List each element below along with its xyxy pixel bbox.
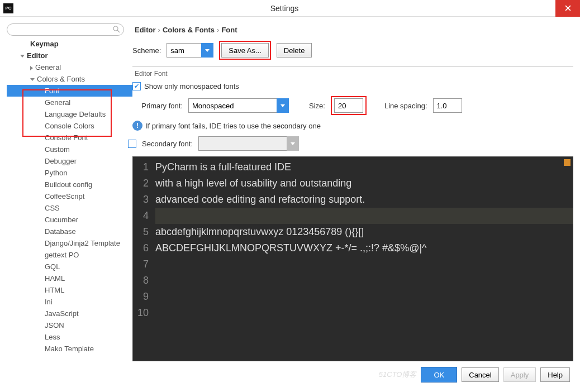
checkbox-label: Show only monospaced fonts [144, 82, 239, 90]
tree-item[interactable]: JavaScript [7, 308, 132, 319]
highlight-box [331, 96, 367, 115]
main-panel: Editor›Colors & Fonts›Font Scheme: Save … [132, 22, 573, 361]
tree-item[interactable]: GQL [7, 261, 132, 273]
footer: 51CTO博客 OK Cancel Apply Help [7, 361, 573, 385]
secondary-font-label: Secondary font: [142, 140, 193, 148]
chevron-down-icon [291, 142, 295, 145]
line-spacing-label: Line spacing: [384, 102, 427, 110]
tree-item[interactable]: HTML [7, 284, 132, 296]
tree-item-keymap[interactable]: Keymap [7, 38, 132, 50]
expand-icon [30, 78, 35, 81]
tree-item[interactable]: CSS [7, 202, 132, 214]
info-icon: ! [132, 121, 142, 131]
tree-label: Editor [27, 51, 48, 60]
tree-label: Colors & Fonts [37, 75, 85, 83]
chevron-down-icon [205, 49, 210, 52]
dropdown-button[interactable] [201, 43, 213, 58]
tree-label: General [35, 63, 61, 71]
scheme-label: Scheme: [132, 46, 161, 55]
expand-icon [20, 55, 25, 58]
search-icon [113, 26, 120, 35]
status-marker [564, 159, 571, 166]
tree-item[interactable]: General [7, 97, 132, 108]
scheme-select[interactable] [167, 43, 213, 58]
code-area[interactable]: PyCharm is a full-featured IDE with a hi… [152, 157, 573, 361]
tree-item[interactable]: Buildout config [7, 179, 132, 190]
tree-item[interactable]: gettext PO [7, 249, 132, 261]
crumb[interactable]: Colors & Fonts [163, 26, 215, 34]
save-as-button[interactable]: Save As... [221, 43, 269, 58]
preview-editor[interactable]: 12345678910 PyCharm is a full-featured I… [132, 156, 573, 361]
apply-button: Apply [503, 367, 536, 382]
info-text: If primary font fails, IDE tries to use … [146, 122, 321, 130]
title-bar: PC Settings [0, 0, 580, 17]
settings-tree[interactable]: Keymap Editor General Colors & Fonts Fon… [7, 38, 132, 361]
cancel-button[interactable]: Cancel [462, 367, 498, 382]
svg-point-0 [113, 26, 118, 31]
tree-item-colors-fonts[interactable]: Colors & Fonts [7, 73, 132, 85]
tree-item[interactable]: Debugger [7, 155, 132, 167]
svg-line-1 [117, 30, 120, 32]
group-legend: Editor Font [132, 70, 170, 78]
scheme-value[interactable] [167, 43, 201, 58]
tree-item[interactable]: Mako Template [7, 343, 132, 355]
sidebar: Keymap Editor General Colors & Fonts Fon… [7, 22, 132, 361]
secondary-font-select[interactable] [198, 136, 299, 151]
chevron-down-icon [281, 104, 285, 107]
tree-item[interactable]: Ini [7, 296, 132, 308]
crumb[interactable]: Editor [135, 26, 156, 34]
tree-item-editor[interactable]: Editor [7, 50, 132, 61]
app-icon: PC [3, 3, 13, 13]
close-button[interactable] [555, 0, 580, 17]
tree-item[interactable]: Django/Jinja2 Template [7, 237, 132, 249]
tree-item[interactable]: Cucumber [7, 214, 132, 226]
tree-item[interactable]: Console Colors [7, 120, 132, 132]
dropdown-button[interactable] [277, 98, 289, 113]
delete-button[interactable]: Delete [277, 43, 312, 58]
ok-button[interactable]: OK [421, 367, 457, 383]
primary-font-label: Primary font: [132, 102, 183, 110]
crumb: Font [221, 26, 237, 34]
breadcrumb: Editor›Colors & Fonts›Font [132, 22, 573, 41]
watermark: 51CTO博客 [379, 370, 417, 380]
tree-item[interactable]: Language Defaults [7, 108, 132, 120]
dropdown-button [287, 136, 299, 151]
size-label: Size: [309, 102, 325, 110]
search-input[interactable] [7, 23, 124, 36]
primary-font-select[interactable] [188, 98, 289, 113]
window-title: Settings [13, 4, 555, 13]
primary-font-value[interactable] [188, 98, 277, 113]
editor-font-group: Editor Font Show only monospaced fonts P… [132, 66, 573, 156]
help-button[interactable]: Help [540, 367, 570, 382]
highlight-box: Save As... [219, 41, 271, 60]
tree-item[interactable]: Less [7, 331, 132, 343]
tree-item[interactable]: Python [7, 167, 132, 179]
tree-item[interactable]: Custom [7, 144, 132, 155]
expand-icon [30, 66, 33, 70]
secondary-font-value [198, 136, 287, 151]
tree-item[interactable]: Database [7, 226, 132, 237]
size-input[interactable] [334, 98, 363, 113]
gutter: 12345678910 [133, 157, 152, 361]
tree-item[interactable]: CoffeeScript [7, 190, 132, 202]
tree-item[interactable]: HAML [7, 273, 132, 284]
show-monospaced-checkbox[interactable] [132, 82, 141, 90]
tree-item[interactable]: Console Font [7, 132, 132, 144]
tree-item[interactable]: Font [7, 85, 132, 97]
line-spacing-input[interactable] [433, 98, 462, 113]
tree-item-general[interactable]: General [7, 61, 132, 73]
tree-item[interactable]: JSON [7, 319, 132, 331]
close-icon [565, 5, 571, 11]
